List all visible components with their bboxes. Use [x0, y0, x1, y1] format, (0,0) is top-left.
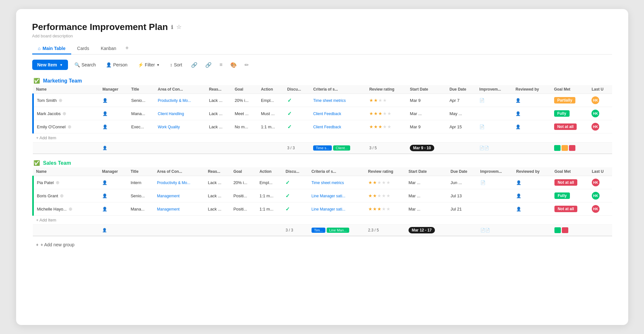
add-item-row-marketing[interactable]: + Add Item	[33, 133, 612, 142]
row-avatar: HK	[588, 94, 612, 107]
row-area: Productivity & Mo...	[155, 94, 206, 107]
person-label: Person	[113, 62, 127, 67]
search-button[interactable]: 🔍 Search	[71, 60, 100, 69]
tab-kanban[interactable]: Kanban	[95, 43, 122, 54]
area-link[interactable]: Productivity & Mo...	[158, 98, 191, 103]
col-due: Due Date	[446, 85, 476, 94]
link-icon[interactable]: 🔗	[188, 60, 200, 70]
col-start: Start Date	[407, 85, 446, 94]
file-icon[interactable]: 📄	[479, 98, 485, 103]
row-due-date: Apr 15	[446, 120, 476, 133]
add-person-icon[interactable]: ⊕	[69, 206, 72, 211]
board-description[interactable]: Add board description	[32, 34, 612, 38]
row-person-name: Michelle Hayo...	[37, 207, 67, 211]
unlink-icon[interactable]: 🔗	[203, 60, 214, 70]
row-due-date: May ...	[446, 107, 476, 120]
summary-empty	[33, 225, 99, 236]
info-icon[interactable]: ℹ	[171, 24, 173, 30]
palette-icon[interactable]: 🎨	[228, 60, 239, 70]
new-item-button[interactable]: New Item ▼	[32, 60, 68, 70]
add-new-group-button[interactable]: + + Add new group	[32, 240, 79, 250]
sort-button[interactable]: ↕ Sort	[166, 60, 186, 69]
criteria-link[interactable]: Time sheet metrics	[313, 98, 346, 103]
table-row: Michelle Hayo... ⊕ 👤 Mana... Management …	[33, 202, 612, 216]
summary-date-range: Mar 12 - 17	[405, 225, 447, 236]
area-link[interactable]: Productivity & Mo...	[157, 181, 190, 185]
add-person-icon[interactable]: ⊕	[62, 111, 66, 116]
col-goal: Goal	[231, 85, 258, 94]
summary-count: 3 / 3	[284, 142, 310, 154]
new-item-label: New Item	[37, 62, 57, 67]
criteria-link[interactable]: Time sheet metrics	[312, 181, 344, 185]
add-person-icon[interactable]: ⊕	[59, 98, 62, 103]
row-criteria: Client Feedback	[310, 107, 366, 120]
criteria-link[interactable]: Line Manager sati...	[312, 207, 345, 211]
area-link[interactable]: Management	[157, 194, 179, 198]
row-action: Must ...	[258, 107, 284, 120]
criteria-link[interactable]: Client Feedback	[313, 125, 341, 129]
col-discussion: Discu...	[284, 85, 310, 94]
criteria-link[interactable]: Client Feedback	[313, 112, 341, 116]
row-improvement	[477, 202, 513, 216]
summary-empty9	[588, 142, 612, 154]
add-person-icon[interactable]: ⊕	[68, 124, 72, 129]
person-button[interactable]: 👤 Person	[102, 60, 131, 69]
add-group-label: + Add new group	[41, 242, 74, 247]
file-icon[interactable]: 📄	[480, 180, 485, 185]
add-item-label[interactable]: + Add Item	[33, 133, 612, 142]
row-start-date: Mar ...	[405, 176, 447, 189]
star-icon[interactable]: ☆	[176, 24, 181, 31]
summary-empty2	[128, 142, 155, 154]
row-goal: 20% i...	[230, 176, 256, 189]
summary-avatar: 👤	[99, 142, 128, 154]
add-person-icon[interactable]: ⊕	[56, 180, 60, 185]
add-person-icon[interactable]: ⊕	[60, 193, 64, 198]
col-improvement: Improvem...	[477, 167, 513, 176]
area-link[interactable]: Client Handling	[158, 112, 184, 116]
row-title: Mana...	[127, 202, 154, 216]
tab-main-table[interactable]: ⌂ Main Table	[32, 43, 72, 54]
row-goal-met: Fully	[551, 107, 589, 120]
marketing-summary-row: 👤 3 / 3 Time s... Client...	[33, 142, 612, 154]
row-title: Exec...	[128, 120, 155, 133]
person-avatar: 👤	[102, 98, 108, 103]
col-action: Action	[258, 85, 284, 94]
col-last-update: Last U	[589, 167, 612, 176]
row-improvement	[477, 189, 513, 202]
search-label: Search	[82, 62, 96, 67]
list-icon[interactable]: ≡	[217, 60, 225, 70]
col-title: Title	[127, 167, 154, 176]
add-item-label[interactable]: + Add Item	[33, 216, 612, 225]
criteria-link[interactable]: Line Manager sati...	[312, 194, 345, 198]
row-manager: 👤	[99, 120, 128, 133]
col-criteria: Criteria of s...	[308, 167, 365, 176]
date-badge: Mar 12 - 17	[409, 227, 435, 233]
tab-add-button[interactable]: +	[122, 42, 132, 54]
summary-empty9	[589, 225, 612, 236]
row-improvement	[476, 107, 512, 120]
row-start-date: Mar 9	[407, 120, 446, 133]
row-title: Intern	[127, 176, 154, 189]
summary-empty6	[258, 142, 284, 154]
row-goal: No m...	[231, 120, 258, 133]
page-title: Performance Improvement Plan ℹ ☆	[32, 22, 612, 32]
add-item-row-sales[interactable]: + Add Item	[33, 216, 612, 225]
tab-cards-label: Cards	[77, 46, 89, 51]
row-reviewed-by: 👤	[513, 189, 551, 202]
sales-team-name: Sales Team	[43, 160, 71, 166]
row-start-date: Mar 9	[407, 94, 446, 107]
file-icon[interactable]: 📄	[479, 124, 485, 129]
row-criteria: Line Manager sati...	[308, 202, 365, 216]
edit-icon[interactable]: ✏	[242, 60, 251, 70]
row-title: Mana...	[128, 107, 155, 120]
row-goal: Positi...	[230, 189, 256, 202]
sales-summary-row: 👤 3 / 3 Tim... Line Man...	[33, 225, 612, 236]
dot-red	[562, 227, 568, 233]
row-goal: Meet ...	[231, 107, 258, 120]
col-area: Area of Con...	[155, 85, 206, 94]
tab-cards[interactable]: Cards	[71, 43, 95, 54]
area-link[interactable]: Work Quality	[158, 125, 180, 129]
sort-icon: ↕	[170, 62, 172, 67]
area-link[interactable]: Management	[157, 207, 179, 211]
filter-button[interactable]: ⚡ Filter ▼	[134, 60, 164, 69]
